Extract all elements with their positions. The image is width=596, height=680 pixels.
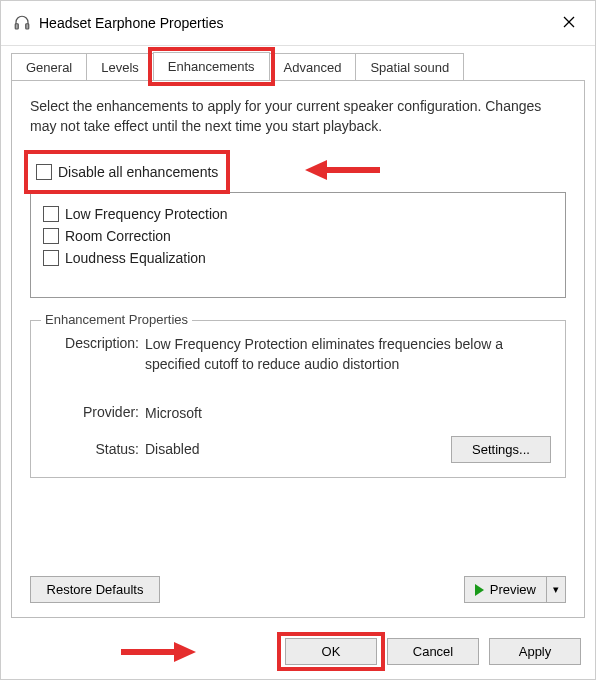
headset-icon [13, 14, 31, 32]
loudness-eq-checkbox[interactable] [43, 250, 59, 266]
enhancement-list: Low Frequency Protection Room Correction… [30, 192, 566, 298]
tab-strip: General Levels Enhancements Advanced Spa… [1, 46, 595, 80]
tab-content: Select the enhancements to apply for you… [11, 80, 585, 618]
preview-button-main[interactable]: Preview [465, 577, 547, 602]
list-item[interactable]: Loudness Equalization [43, 247, 553, 269]
provider-label: Provider: [45, 404, 145, 424]
enhancement-properties-group: Enhancement Properties Description: Low … [30, 320, 566, 478]
apply-button[interactable]: Apply [489, 638, 581, 665]
disable-all-checkbox[interactable] [36, 164, 52, 180]
intro-text: Select the enhancements to apply for you… [30, 97, 566, 136]
checkbox-label: Room Correction [65, 228, 171, 244]
chevron-down-icon: ▾ [553, 583, 559, 596]
annotation-arrow-disable-all [300, 160, 380, 180]
tab-general[interactable]: General [11, 53, 87, 81]
restore-defaults-button[interactable]: Restore Defaults [30, 576, 160, 603]
dialog-button-row: OK Cancel Apply [1, 628, 595, 679]
room-correction-checkbox[interactable] [43, 228, 59, 244]
ok-button[interactable]: OK [285, 638, 377, 665]
content-bottom-row: Restore Defaults Preview ▾ [30, 570, 566, 603]
svg-rect-0 [15, 24, 18, 29]
play-icon [475, 584, 484, 596]
cancel-button[interactable]: Cancel [387, 638, 479, 665]
low-frequency-checkbox[interactable] [43, 206, 59, 222]
disable-all-label: Disable all enhancements [58, 164, 218, 180]
checkbox-label: Low Frequency Protection [65, 206, 228, 222]
status-value: Disabled [145, 440, 451, 460]
preview-dropdown-arrow[interactable]: ▾ [547, 577, 565, 602]
properties-legend: Enhancement Properties [41, 312, 192, 327]
titlebar: Headset Earphone Properties [1, 1, 595, 46]
description-label: Description: [45, 335, 145, 374]
svg-rect-1 [26, 24, 29, 29]
close-icon [563, 15, 575, 31]
preview-split-button[interactable]: Preview ▾ [464, 576, 566, 603]
disable-all-row: Disable all enhancements [30, 154, 224, 190]
provider-value: Microsoft [145, 404, 551, 424]
tab-levels[interactable]: Levels [86, 53, 154, 81]
tab-advanced[interactable]: Advanced [269, 53, 357, 81]
list-item[interactable]: Low Frequency Protection [43, 203, 553, 225]
annotation-arrow-ok [121, 642, 201, 662]
window-title: Headset Earphone Properties [39, 15, 553, 31]
settings-button[interactable]: Settings... [451, 436, 551, 463]
close-button[interactable] [553, 9, 585, 37]
list-item[interactable]: Room Correction [43, 225, 553, 247]
checkbox-label: Loudness Equalization [65, 250, 206, 266]
tab-spatial[interactable]: Spatial sound [355, 53, 464, 81]
properties-dialog: Headset Earphone Properties General Leve… [0, 0, 596, 680]
tab-enhancements[interactable]: Enhancements [153, 52, 270, 80]
preview-label: Preview [490, 582, 536, 597]
tab-enhancements-label: Enhancements [168, 59, 255, 74]
status-label: Status: [45, 441, 145, 457]
description-value: Low Frequency Protection eliminates freq… [145, 335, 551, 374]
